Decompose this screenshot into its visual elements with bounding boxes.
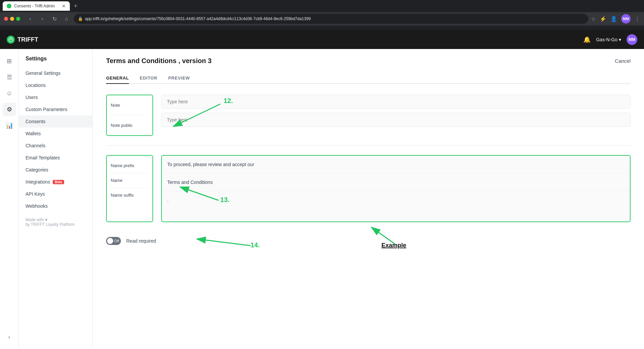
user-avatar[interactable]: MM [627, 34, 637, 45]
note-label: Note [111, 95, 148, 115]
top-nav-right: 🔔 Gas-N-Go ▾ MM [583, 34, 637, 45]
sidebar-icon-chart[interactable]: 📊 [3, 119, 16, 132]
name-labels-box: Name prefix Name Name suffix [106, 155, 153, 222]
section-divider [106, 145, 631, 146]
toggle-knob [107, 238, 113, 244]
logo: TRIFFT [7, 36, 38, 44]
sidebar-item-api-keys[interactable]: API Keys [19, 188, 92, 200]
back-btn[interactable]: ‹ [26, 14, 35, 23]
logo-icon [7, 36, 15, 44]
sidebar-icon-settings[interactable]: ⚙ [3, 103, 16, 116]
svg-point-0 [9, 38, 13, 42]
browser-chrome: Consents - Trifft Admin ✕ + ‹ › ↻ ⌂ 🔒 ap… [0, 0, 644, 30]
icon-sidebar: ⊞ ☰ ☺ ⚙ 📊 ‹ [0, 49, 19, 349]
url-display: app.trifft.io/gohehegik/settings/consent… [85, 16, 584, 21]
browser-user-avatar[interactable]: MM [621, 14, 631, 23]
sidebar-item-webhooks[interactable]: Webhooks [19, 200, 92, 212]
read-required-toggle[interactable]: Off [106, 237, 121, 245]
example-line-1: To proceed, please review and accept our [162, 156, 630, 173]
icon-sidebar-bottom: ‹ [3, 330, 16, 344]
sidebar-item-general-settings[interactable]: General Settings [19, 67, 92, 79]
browser-tabs: Consents - Trifft Admin ✕ + [0, 0, 644, 12]
bookmark-icon[interactable]: ☆ [591, 16, 596, 22]
sidebar-item-integrations[interactable]: Integrations Beta [19, 176, 92, 188]
sidebar-icon-face[interactable]: ☺ [3, 87, 16, 100]
address-bar[interactable]: 🔒 app.trifft.io/gohehegik/settings/conse… [74, 14, 588, 24]
window-min-btn[interactable] [10, 17, 14, 21]
name-prefix-label: Name prefix [111, 158, 148, 173]
sidebar-icon-list[interactable]: ☰ [3, 70, 16, 84]
page-title: Terms and Conditions , version 3 [106, 57, 212, 65]
main-content-wrapper: 12. 13. 14. Example [106, 95, 631, 250]
profile-icon[interactable]: 👤 [610, 16, 617, 22]
extensions-icon[interactable]: ⚡ [600, 16, 606, 22]
org-name: Gas-N-Go [596, 37, 617, 42]
tab-editor[interactable]: EDITOR [140, 73, 157, 84]
nav-section-title: Settings [19, 56, 92, 67]
toggle-state-label: Off [114, 239, 119, 243]
sidebar-item-wallets[interactable]: Wallets [19, 128, 92, 140]
note-section: Note Note public [106, 95, 631, 136]
note-public-label: Note public [111, 115, 148, 135]
name-suffix-label: Name suffix [111, 188, 148, 202]
page-header: Terms and Conditions , version 3 Cancel [106, 57, 631, 65]
tab-preview[interactable]: PREVIEW [168, 73, 190, 84]
browser-controls: ‹ › ↻ ⌂ 🔒 app.trifft.io/gohehegik/settin… [0, 12, 644, 26]
notification-btn[interactable]: 🔔 [583, 36, 591, 43]
forward-btn[interactable]: › [38, 14, 47, 23]
chevron-down-icon: ▾ [619, 37, 621, 42]
window-max-btn[interactable] [16, 17, 20, 21]
tab-close-btn[interactable]: ✕ [62, 3, 66, 9]
window-close-btn[interactable] [4, 17, 8, 21]
cancel-button[interactable]: Cancel [615, 58, 631, 64]
read-required-row: Off Read required [106, 232, 631, 250]
sidebar-item-locations[interactable]: Locations [19, 79, 92, 91]
read-required-label: Read required [126, 238, 156, 244]
sidebar-icon-collapse[interactable]: ‹ [3, 330, 16, 344]
active-tab[interactable]: Consents - Trifft Admin ✕ [3, 1, 70, 11]
tab-favicon [7, 4, 11, 8]
sidebar-item-users[interactable]: Users [19, 91, 92, 103]
browser-actions: ☆ ⚡ 👤 MM ⋮ [591, 14, 640, 23]
sidebar-item-email-templates[interactable]: Email Templates [19, 152, 92, 164]
tab-general[interactable]: GENERAL [106, 73, 129, 84]
example-box: To proceed, please review and accept our… [161, 155, 631, 222]
new-tab-btn[interactable]: + [71, 1, 80, 11]
note-public-input[interactable] [161, 113, 631, 127]
main-layout: ⊞ ☰ ☺ ⚙ 📊 ‹ Settings General Settings Lo… [0, 49, 644, 349]
sidebar-item-categories[interactable]: Categories [19, 164, 92, 176]
logo-text: TRIFFT [17, 36, 38, 43]
note-fields [161, 95, 631, 136]
tabs: GENERAL EDITOR PREVIEW [106, 73, 631, 84]
refresh-btn[interactable]: ↻ [50, 14, 59, 23]
sidebar-item-consents[interactable]: Consents [19, 115, 92, 128]
top-nav: TRIFFT 🔔 Gas-N-Go ▾ MM [0, 30, 644, 49]
org-selector[interactable]: Gas-N-Go ▾ [596, 37, 621, 42]
nav-sidebar: Settings General Settings Locations User… [19, 49, 93, 349]
note-input[interactable] [161, 95, 631, 109]
beta-badge: Beta [53, 180, 64, 184]
name-label: Name [111, 173, 148, 188]
example-line-2: Terms and Conditions [162, 173, 630, 191]
sidebar-item-custom-parameters[interactable]: Custom Parameters [19, 103, 92, 115]
app-wrapper: TRIFFT 🔔 Gas-N-Go ▾ MM ⊞ ☰ ☺ ⚙ 📊 ‹ [0, 30, 644, 349]
note-labels-box: Note Note public [106, 95, 153, 136]
tab-title: Consents - Trifft Admin [14, 4, 55, 8]
name-section: Name prefix Name Name suffix To proceed,… [106, 155, 631, 222]
home-btn[interactable]: ⌂ [62, 14, 71, 23]
nav-footer: Made with ♥ by TRIFFT Loyalty Platform [19, 212, 92, 232]
content-area: Terms and Conditions , version 3 Cancel … [93, 49, 644, 349]
sidebar-item-channels[interactable]: Channels [19, 140, 92, 152]
menu-icon[interactable]: ⋮ [635, 16, 640, 22]
example-line-3: . [162, 191, 630, 209]
sidebar-icon-grid[interactable]: ⊞ [3, 54, 16, 68]
